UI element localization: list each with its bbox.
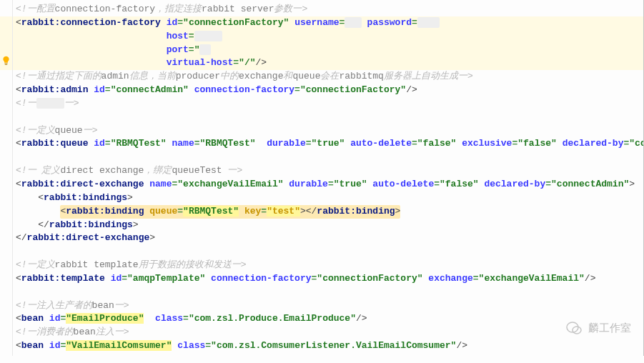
code-line[interactable]: </rabbit:bindings>: [16, 219, 644, 232]
code-line[interactable]: [16, 111, 644, 124]
watermark: 麟工作室: [565, 320, 631, 336]
code-line[interactable]: <bean id="VailEmailComsumer" class="com.…: [16, 339, 644, 353]
code-line[interactable]: [16, 151, 644, 164]
code-line[interactable]: <rabbit:binding queue="RBMQTest" key="te…: [16, 205, 644, 219]
svg-rect-1: [5, 64, 7, 65]
editor-gutter: [0, 0, 13, 356]
code-line[interactable]: port=": [0, 44, 644, 57]
code-line[interactable]: <!一注入生产者的bean一>: [16, 299, 644, 313]
code-line[interactable]: [16, 286, 644, 299]
svg-rect-0: [4, 64, 7, 64]
code-line[interactable]: <!一通过指定下面的admin信息，当前producer中的exchange和q…: [16, 70, 644, 84]
code-line[interactable]: <!一配置connection-factory，指定连接rabbit serve…: [16, 3, 644, 16]
code-line[interactable]: <bean id="EmailProduce" class="com.zsl.P…: [16, 312, 644, 326]
code-line[interactable]: <rabbit:admin id="connectAdmin" connecti…: [16, 84, 644, 97]
code-line[interactable]: <rabbit:direct-exchange name="exchangeVa…: [16, 178, 644, 192]
code-line[interactable]: <!一 定义direct exchange，绑定queueTest 一>: [16, 164, 644, 178]
code-line[interactable]: </rabbit:direct-exchange>: [16, 232, 644, 245]
code-line[interactable]: <!一定义rabbit template用于数据的接收和发送一>: [16, 259, 644, 272]
code-line[interactable]: <rabbit:queue id="RBMQTest" name="RBMQTe…: [16, 137, 644, 151]
code-line[interactable]: <!一消费者的bean注入一>: [16, 326, 644, 339]
code-line[interactable]: <rabbit:bindings>: [16, 192, 644, 205]
code-line[interactable]: <!一定义queue一>: [16, 124, 644, 138]
wechat-icon: [565, 320, 583, 336]
code-line[interactable]: virtual-host="/"/>: [0, 56, 644, 70]
code-line[interactable]: host=: [0, 30, 644, 44]
code-editor-content[interactable]: <!一配置connection-factory，指定连接rabbit serve…: [0, 0, 644, 356]
code-line[interactable]: [16, 245, 644, 259]
watermark-text: 麟工作室: [588, 320, 631, 336]
code-line[interactable]: <rabbit:connection-factory id="connectio…: [0, 16, 644, 30]
intention-bulb-icon[interactable]: [1, 56, 11, 65]
code-line[interactable]: <!一 ... 一>: [16, 97, 644, 111]
code-line[interactable]: <rabbit:template id="amqpTemplate" conne…: [16, 272, 644, 286]
